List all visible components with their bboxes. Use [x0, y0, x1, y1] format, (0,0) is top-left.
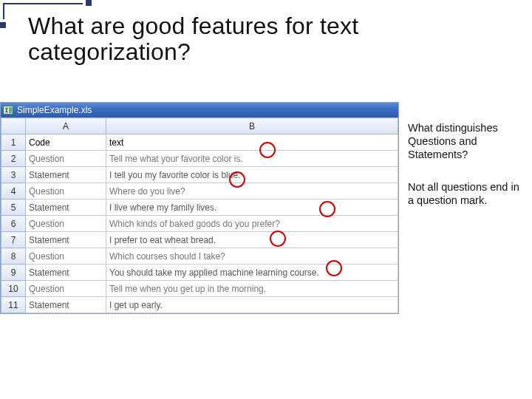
page-title: What are good features for text categori…: [28, 13, 358, 65]
row-header[interactable]: 1: [1, 134, 26, 151]
annotation-note: Not all questions end in a question mark…: [408, 180, 526, 207]
row-header[interactable]: 7: [1, 232, 26, 248]
table-row: 8 Question Which courses should I take?: [1, 248, 398, 265]
row-header[interactable]: 6: [1, 216, 26, 232]
cell[interactable]: I prefer to eat wheat bread.: [106, 232, 398, 248]
window-titlebar: SimpleExample.xls: [1, 103, 398, 117]
annotation-note: What distinguishes Questions and Stateme…: [408, 121, 526, 161]
accent-dot: [86, 0, 92, 6]
cell[interactable]: Which kinds of baked goods do you prefer…: [106, 216, 398, 232]
row-header[interactable]: 8: [1, 248, 26, 265]
cell[interactable]: Tell me what your favorite color is.: [106, 151, 398, 167]
cell[interactable]: Statement: [26, 297, 106, 313]
cell[interactable]: Question: [26, 183, 106, 200]
spreadsheet-window: SimpleExample.xls A B 1 Code text 2 Ques…: [0, 102, 399, 314]
row-header[interactable]: 2: [1, 151, 26, 167]
row-header[interactable]: 4: [1, 183, 26, 200]
column-header-b[interactable]: B: [106, 118, 398, 134]
title-line-1: What are good features for text: [28, 13, 358, 39]
table-row: 7 Statement I prefer to eat wheat bread.: [1, 232, 398, 248]
cell[interactable]: Question: [26, 216, 106, 232]
cell[interactable]: Which courses should I take?: [106, 248, 398, 265]
cell[interactable]: I live where my family lives.: [106, 200, 398, 216]
cell[interactable]: Where do you live?: [106, 183, 398, 200]
row-header[interactable]: 3: [1, 167, 26, 183]
table-row: 2 Question Tell me what your favorite co…: [1, 151, 398, 167]
select-all-corner[interactable]: [1, 118, 26, 134]
cell[interactable]: Statement: [26, 167, 106, 183]
table-row: 5 Statement I live where my family lives…: [1, 200, 398, 216]
row-header[interactable]: 5: [1, 200, 26, 216]
cell[interactable]: Question: [26, 151, 106, 167]
column-header-row: A B: [1, 118, 398, 134]
cell[interactable]: I get up early.: [106, 297, 398, 313]
svg-rect-2: [9, 109, 12, 111]
cell[interactable]: Question: [26, 248, 106, 265]
svg-rect-3: [9, 112, 12, 113]
cell[interactable]: Statement: [26, 265, 106, 281]
row-header[interactable]: 11: [1, 297, 26, 313]
excel-icon: [3, 105, 13, 115]
row-header[interactable]: 9: [1, 265, 26, 281]
cell[interactable]: Statement: [26, 200, 106, 216]
table-row: 6 Question Which kinds of baked goods do…: [1, 216, 398, 232]
cell[interactable]: I tell you my favorite color is blue.: [106, 167, 398, 183]
title-line-2: categorization?: [28, 38, 191, 65]
table-row: 9 Statement You should take my applied m…: [1, 265, 398, 281]
table-row: 3 Statement I tell you my favorite color…: [1, 167, 398, 183]
window-title: SimpleExample.xls: [17, 105, 92, 115]
table-row: 4 Question Where do you live?: [1, 183, 398, 200]
svg-rect-1: [9, 108, 12, 109]
column-header-a[interactable]: A: [26, 118, 106, 134]
cell[interactable]: Question: [26, 281, 106, 297]
cell[interactable]: Statement: [26, 232, 106, 248]
row-header[interactable]: 10: [1, 281, 26, 297]
cell[interactable]: You should take my applied machine learn…: [106, 265, 398, 281]
table-row: 10 Question Tell me when you get up in t…: [1, 281, 398, 297]
cell[interactable]: Code: [26, 134, 106, 151]
accent-dot: [0, 22, 6, 28]
table-row: 11 Statement I get up early.: [1, 297, 398, 313]
cell[interactable]: text: [106, 134, 398, 151]
cell[interactable]: Tell me when you get up in the morning.: [106, 281, 398, 297]
table-row: 1 Code text: [1, 134, 398, 151]
spreadsheet-grid: A B 1 Code text 2 Question Tell me what …: [1, 117, 398, 313]
